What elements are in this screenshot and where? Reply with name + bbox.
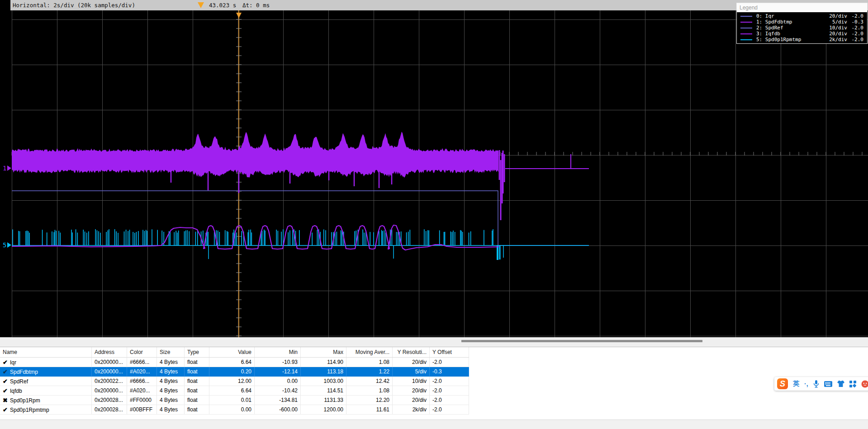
- legend-entry[interactable]: 0: Iqr20/div-2.0: [740, 13, 863, 19]
- column-header-min[interactable]: Min: [255, 347, 301, 357]
- waveform-canvas[interactable]: 15: [0, 10, 868, 337]
- column-header-address[interactable]: Address: [92, 347, 127, 357]
- legend-resolution: 5/div: [824, 19, 847, 25]
- legend-channel-label: 0: Iqr: [756, 13, 824, 19]
- cell-moving_avg: 1.08: [346, 386, 393, 396]
- cell-y_offset: -2.0: [430, 358, 469, 367]
- column-header-moving_avg[interactable]: Moving Aver...: [346, 347, 393, 357]
- emoji-face-icon[interactable]: [861, 380, 868, 388]
- table-row[interactable]: ✔Iqr0x200000...#6666...4 Bytesfloat6.64-…: [0, 358, 469, 367]
- column-header-y_offset[interactable]: Y Offset: [430, 347, 469, 357]
- table-row[interactable]: ✔Iqfdb0x200000...#A020...4 Bytesfloat6.6…: [0, 386, 469, 396]
- sogou-logo-icon[interactable]: S: [777, 378, 788, 389]
- trace-spd0p1rpmtmp-spikes: [13, 229, 493, 245]
- cell-size: 4 Bytes: [157, 396, 185, 405]
- check-icon[interactable]: ✔: [3, 377, 10, 386]
- cell-min: -600.00: [255, 405, 301, 415]
- cell-moving_avg: 11.61: [346, 405, 393, 415]
- cell-address: 0x200028...: [92, 396, 127, 405]
- cell-address: 0x200022...: [92, 377, 127, 386]
- plot-hscrollbar-thumb[interactable]: [461, 340, 702, 342]
- scope-plot-area[interactable]: 15: [0, 10, 868, 337]
- column-header-size[interactable]: Size: [157, 347, 185, 357]
- app-icon[interactable]: [0, 0, 10, 10]
- cursor-triangle-plot-icon[interactable]: [236, 13, 242, 18]
- table-row[interactable]: ✖Spd0p1Rpm0x200028...#FF00004 Bytesfloat…: [0, 396, 469, 405]
- column-header-max[interactable]: Max: [301, 347, 346, 357]
- cross-icon[interactable]: ✖: [3, 396, 10, 405]
- channel-marker-arrow-5[interactable]: [7, 242, 11, 248]
- cell-value: 0.00: [209, 405, 255, 415]
- cell-y_resolution: 20/div: [393, 386, 430, 396]
- cell-color: #6666...: [127, 358, 157, 367]
- cell-y_resolution: 2k/div: [393, 405, 430, 415]
- cell-color: #A020...: [127, 386, 157, 396]
- check-icon[interactable]: ✔: [3, 358, 10, 367]
- table-row[interactable]: ✔Spd0p1Rpmtmp0x200028...#00BFFF4 Bytesfl…: [0, 405, 469, 415]
- column-header-color[interactable]: Color: [127, 347, 157, 357]
- cell-size: 4 Bytes: [157, 386, 185, 396]
- cell-max: 114.90: [301, 358, 346, 367]
- legend-title: Legend: [737, 3, 867, 12]
- cell-max: 1131.33: [301, 396, 346, 405]
- column-header-value[interactable]: Value: [209, 347, 255, 357]
- table-header-row[interactable]: NameAddressColorSizeTypeValueMinMaxMovin…: [0, 347, 469, 358]
- cell-color: #A020...: [127, 367, 157, 377]
- column-header-y_resolution[interactable]: Y Resoluti...: [393, 347, 430, 357]
- cell-type: float: [185, 358, 209, 367]
- column-header-name[interactable]: Name: [0, 347, 92, 357]
- check-icon[interactable]: ✔: [3, 386, 10, 396]
- cell-value: 0.01: [209, 396, 255, 405]
- plot-hscrollbar-track[interactable]: [0, 337, 868, 347]
- legend-offset: -2.0: [847, 31, 863, 37]
- column-header-type[interactable]: Type: [185, 347, 209, 357]
- check-icon[interactable]: ✔: [3, 367, 10, 377]
- legend-entry[interactable]: 1: SpdFdbtmp5/div-0.3: [740, 19, 863, 25]
- variable-table: NameAddressColorSizeTypeValueMinMaxMovin…: [0, 347, 469, 415]
- legend-entry[interactable]: 3: Iqfdb20/div-2.0: [740, 31, 863, 37]
- cursor-time-value: 43.023 s: [209, 2, 236, 9]
- cell-value: 6.64: [209, 386, 255, 396]
- legend-resolution: 10/div: [824, 25, 847, 31]
- check-icon[interactable]: ✔: [3, 405, 10, 415]
- cell-moving_avg: 12.20: [346, 396, 393, 405]
- cell-type: float: [185, 377, 209, 386]
- cell-color: #00BFFF: [127, 405, 157, 415]
- cell-moving_avg: 1.08: [346, 358, 393, 367]
- legend-color-swatch: [740, 16, 752, 17]
- legend-resolution: 20/div: [824, 31, 847, 37]
- table-row[interactable]: ✔SpdRef0x200022...#6666...4 Bytesfloat12…: [0, 377, 469, 386]
- microphone-icon[interactable]: [813, 380, 819, 388]
- cell-value: 12.00: [209, 377, 255, 386]
- legend-color-swatch: [740, 33, 752, 34]
- cell-address: 0x200028...: [92, 405, 127, 415]
- legend-entry[interactable]: 5: Spd0p1Rpmtmp2k/div-2.0: [740, 37, 863, 42]
- legend-color-swatch: [740, 28, 752, 28]
- soft-keyboard-icon[interactable]: [824, 381, 832, 387]
- legend-panel[interactable]: Legend 0: Iqr20/div-2.01: SpdFdbtmp5/div…: [736, 3, 868, 44]
- delta-t-value: Δt: 0 ms: [242, 2, 270, 9]
- ime-punctuation-icon[interactable]: ·,: [804, 380, 808, 387]
- cell-y_resolution: 20/div: [393, 396, 430, 405]
- cell-min: -134.81: [255, 396, 301, 405]
- toolbox-grid-icon[interactable]: [849, 381, 856, 387]
- channel-marker-label-1[interactable]: 1: [3, 165, 6, 172]
- cell-name: ✔SpdFdbtmp: [0, 367, 92, 377]
- table-row[interactable]: ✔SpdFdbtmp0x200000...#A020...4 Bytesfloa…: [0, 367, 469, 377]
- skin-tshirt-icon[interactable]: [837, 381, 844, 387]
- cell-moving_avg: 12.42: [346, 377, 393, 386]
- ime-toolbar[interactable]: S 英 ·,: [774, 377, 868, 391]
- cell-size: 4 Bytes: [157, 358, 185, 367]
- grid-lines: [12, 10, 868, 337]
- cursor-triangle-icon[interactable]: [198, 2, 204, 8]
- cell-type: float: [185, 405, 209, 415]
- cell-min: -12.14: [255, 367, 301, 377]
- channel-marker-label-5[interactable]: 5: [3, 241, 6, 249]
- ime-language-icon[interactable]: 英: [793, 380, 799, 388]
- cell-color: #FF0000: [127, 396, 157, 405]
- legend-entry[interactable]: 2: SpdRef10/div-2.0: [740, 25, 863, 31]
- legend-channel-label: 3: Iqfdb: [756, 31, 824, 37]
- cell-name: ✔Iqr: [0, 358, 92, 367]
- legend-offset: -2.0: [847, 25, 863, 31]
- channel-marker-arrow-1[interactable]: [7, 165, 11, 171]
